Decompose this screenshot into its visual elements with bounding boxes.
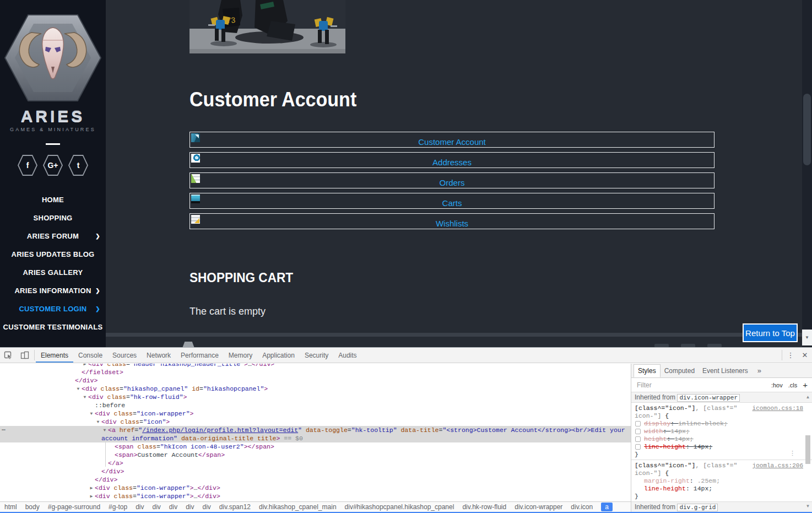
breadcrumb-item[interactable]: div	[186, 503, 194, 511]
scroll-up-icon[interactable]: ▲	[804, 395, 811, 399]
sidebar-item-home[interactable]: HOME	[0, 191, 106, 209]
sidebar-item-customer-login[interactable]: CUSTOMER LOGIN❯	[0, 300, 106, 318]
dom-node-line[interactable]: </div>	[0, 467, 631, 476]
css-property[interactable]: display: inline-block;	[635, 420, 809, 428]
dom-node-line[interactable]: ▼<div class="icon">	[0, 418, 631, 426]
sidebar-item-aries-forum[interactable]: ARIES FORUM❯	[0, 227, 106, 245]
devtools-tab-performance[interactable]: Performance	[176, 348, 224, 363]
breadcrumb-item[interactable]: #g-top	[109, 503, 127, 511]
property-checkbox[interactable]	[635, 436, 641, 442]
breadcrumb-item[interactable]: div	[169, 503, 177, 511]
property-checkbox[interactable]	[635, 429, 641, 434]
page-scrollbar[interactable]: ▼	[802, 0, 812, 347]
devtools-tab-security[interactable]: Security	[300, 348, 333, 363]
device-toolbar-icon[interactable]	[17, 348, 33, 363]
breadcrumb-item[interactable]: div.hk-row-fluid	[462, 503, 506, 511]
css-property[interactable]: line-height: 14px;	[635, 485, 809, 493]
breadcrumb-item[interactable]: div.icon-wrapper	[515, 503, 562, 511]
expand-arrow-right-icon[interactable]: ▶	[88, 492, 95, 500]
devtools-tab-memory[interactable]: Memory	[224, 348, 257, 363]
account-link[interactable]: Customer Account	[190, 137, 714, 147]
hov-toggle[interactable]: :hov	[771, 382, 783, 388]
breadcrumb-item[interactable]: div.hikashop_cpanel_main	[259, 503, 337, 511]
stylesheet-link[interactable]: joomla.css:206	[753, 462, 803, 469]
breadcrumb-item[interactable]: div#hikashopcpanel.hikashop_cpanel	[345, 503, 454, 511]
devtools-tab-sources[interactable]: Sources	[107, 348, 142, 363]
css-property[interactable]: line-height: 14px;	[635, 443, 809, 451]
scrollbar-thumb[interactable]	[805, 435, 810, 464]
devtools-tab-audits[interactable]: Audits	[333, 348, 361, 363]
expand-arrow-down-icon[interactable]: ▼	[101, 426, 108, 434]
expand-arrow-right-icon[interactable]: ▶	[88, 484, 95, 492]
breadcrumb-selected[interactable]: a	[601, 503, 613, 511]
expand-arrow-down-icon[interactable]: ▼	[75, 385, 82, 393]
account-link[interactable]: Addresses	[190, 158, 714, 167]
dom-node-line[interactable]: account information" data-original-title…	[0, 434, 631, 442]
sidebar-item-shopping[interactable]: SHOPPING	[0, 209, 106, 227]
styles-scrollbar[interactable]: ▲ ▼	[804, 393, 811, 512]
account-link[interactable]: Orders	[190, 178, 714, 187]
devtools-menu-icon[interactable]: ⋮	[783, 348, 798, 363]
breadcrumb-item[interactable]: div.span12	[219, 503, 251, 511]
account-link[interactable]: Carts	[190, 198, 714, 208]
scroll-down-icon[interactable]: ▼	[804, 504, 811, 509]
styles-pane-tab-styles[interactable]: Styles	[634, 364, 661, 377]
dom-node-line[interactable]: ▶<div class="header hikashop_header_titl…	[0, 364, 631, 368]
social-hex-button[interactable]: f	[18, 155, 37, 176]
dom-node-line[interactable]: <span class="hkIcon icon-48-user2"></spa…	[0, 442, 631, 451]
styles-pane-tab-computed[interactable]: Computed	[661, 365, 699, 377]
dom-node-line[interactable]: ▶<div class="icon-wrapper">…</div>	[0, 484, 631, 492]
styles-filter-input[interactable]	[636, 381, 718, 390]
sidebar-item-aries-updates-blog[interactable]: ARIES UPDATES BLOG	[0, 245, 106, 263]
property-checkbox[interactable]	[635, 421, 641, 426]
dom-node-line[interactable]: </div>	[0, 476, 631, 484]
social-hex-button[interactable]: G+	[43, 155, 63, 176]
ancestor-node-chip[interactable]: div.g-grid	[677, 504, 718, 511]
devtools-tab-console[interactable]: Console	[73, 348, 107, 363]
breadcrumb-item[interactable]: html	[4, 503, 17, 511]
devtools-tab-application[interactable]: Application	[257, 348, 300, 363]
breadcrumb-item[interactable]: div	[152, 503, 160, 511]
stylesheet-link[interactable]: icomoon.css:18	[753, 404, 803, 412]
social-hex-button[interactable]: t	[68, 155, 88, 176]
devtools-close-icon[interactable]: ✕	[798, 348, 812, 363]
expand-arrow-down-icon[interactable]: ▼	[88, 409, 95, 418]
styles-pane-tab-event-listeners[interactable]: Event Listeners	[699, 365, 752, 377]
devtools-tab-network[interactable]: Network	[142, 348, 176, 363]
breadcrumb-item[interactable]: #g-page-surround	[48, 503, 100, 511]
dom-node-line[interactable]: ::before	[0, 401, 631, 409]
rule-menu-dots-icon[interactable]: ⋮	[789, 450, 795, 457]
scrollbar-thumb[interactable]	[803, 94, 811, 165]
account-link[interactable]: Wishlists	[190, 219, 714, 228]
dom-node-line[interactable]: ▼<div class="icon-wrapper">	[0, 409, 631, 418]
css-property[interactable]: width: 14px;	[635, 428, 809, 435]
ancestor-node-chip[interactable]: div.icon-wrapper	[677, 394, 740, 402]
dom-node-line[interactable]: </a>	[0, 459, 631, 467]
dom-node-line[interactable]: ⋯▼<a href="/index.php/login/profile.html…	[0, 426, 631, 434]
dom-node-line[interactable]: ▶<div class="icon-wrapper">…</div>	[0, 492, 631, 500]
inspect-element-icon[interactable]	[0, 348, 17, 363]
sidebar-item-aries-information[interactable]: ARIES INFORMATION❯	[0, 282, 106, 300]
sidebar-item-customer-testimonials[interactable]: CUSTOMER TESTIMONIALS	[0, 318, 106, 336]
sidebar-item-aries-gallery[interactable]: ARIES GALLERY	[0, 263, 106, 282]
css-property[interactable]: margin-right: .25em;	[635, 477, 809, 485]
site-logo[interactable]: ARIES GAMES & MINIATURES	[0, 12, 106, 145]
expand-arrow-down-icon[interactable]: ▼	[95, 418, 101, 426]
breadcrumb-item[interactable]: div.icon	[571, 503, 593, 511]
dom-node-line[interactable]: </fieldset>	[0, 368, 631, 376]
devtools-tab-elements[interactable]: Elements	[36, 348, 73, 363]
more-tabs-icon[interactable]: »	[757, 366, 761, 375]
breadcrumb-item[interactable]: div	[136, 503, 144, 511]
property-checkbox[interactable]	[635, 444, 641, 450]
expand-arrow-down-icon[interactable]: ▼	[82, 393, 88, 401]
dom-node-line[interactable]: ▼<div class="hk-row-fluid">	[0, 393, 631, 401]
expand-arrow-right-icon[interactable]: ▶	[82, 364, 88, 368]
return-to-top-button[interactable]: Return to Top	[743, 323, 798, 342]
cls-toggle[interactable]: .cls	[788, 382, 798, 388]
breadcrumb-item[interactable]: div	[203, 503, 211, 511]
css-property[interactable]: height: 14px;	[635, 435, 809, 443]
dom-node-line[interactable]: </div>	[0, 376, 631, 385]
new-style-rule-icon[interactable]: +	[803, 380, 808, 390]
dom-node-line[interactable]: ▼<div class="hikashop_cpanel" id="hikash…	[0, 385, 631, 393]
breadcrumb-item[interactable]: body	[25, 503, 40, 511]
